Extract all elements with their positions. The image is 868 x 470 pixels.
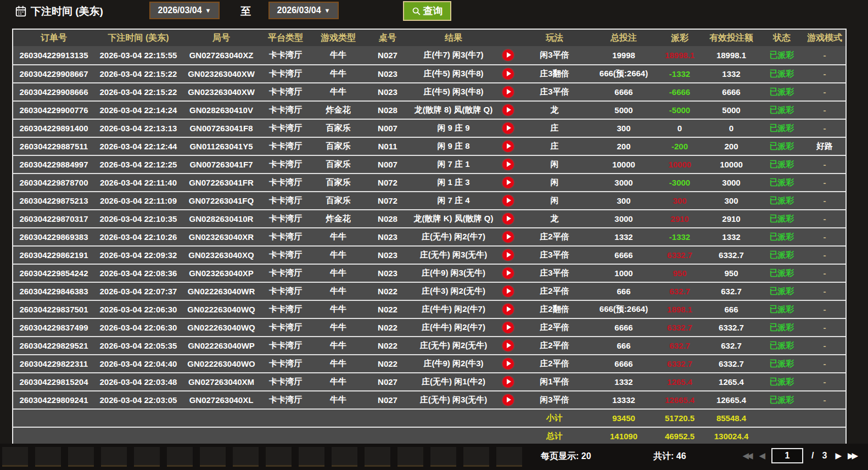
cell-result: 闲 9 庄 8 bbox=[410, 138, 497, 155]
cell-bet-time: 2026-03-04 22:09:32 bbox=[94, 247, 182, 264]
page-number-input[interactable] bbox=[771, 448, 803, 463]
table-row: 260304229862191 2026-03-04 22:09:32 GN02… bbox=[13, 245, 845, 264]
play-replay-icon[interactable] bbox=[502, 249, 514, 261]
next-page-icon[interactable]: ▶ bbox=[835, 451, 839, 461]
query-button[interactable]: 查询 bbox=[403, 1, 451, 21]
play-replay-icon[interactable] bbox=[502, 104, 514, 116]
cell-payout: 632.7 bbox=[657, 337, 703, 354]
play-replay-icon[interactable] bbox=[502, 177, 514, 188]
cell-order-number: 260304229837499 bbox=[13, 319, 94, 336]
play-replay-icon[interactable] bbox=[502, 231, 514, 243]
play-replay-icon[interactable] bbox=[502, 122, 514, 134]
cell-game-mode: - bbox=[804, 156, 845, 173]
ghost-button bbox=[430, 447, 456, 467]
cell-game-mode: - bbox=[804, 337, 845, 354]
play-replay-icon[interactable] bbox=[502, 86, 514, 98]
cell-total-bet: 300 bbox=[591, 192, 657, 209]
cell-game-mode: - bbox=[804, 319, 845, 336]
cell-table-number: N028 bbox=[366, 102, 410, 119]
cell-table-number: N022 bbox=[366, 319, 410, 336]
cell-game-mode: - bbox=[804, 247, 845, 264]
table-row: 260304229837499 2026-03-04 22:06:30 GN02… bbox=[13, 318, 845, 336]
table-row: 260304229908666 2026-03-04 22:15:22 GN02… bbox=[13, 82, 845, 100]
cell-order-number: 260304229862191 bbox=[13, 247, 94, 264]
play-replay-icon[interactable] bbox=[502, 394, 514, 406]
cell-status: 已派彩 bbox=[760, 355, 804, 372]
table-header-row: 订单号下注时间 (美东)局号平台类型游戏类型桌号结果玩法总投注派彩有效投注额状态… bbox=[13, 30, 845, 46]
play-replay-icon[interactable] bbox=[502, 68, 514, 80]
cell-valid-bet: 1265.4 bbox=[703, 373, 760, 390]
cell-round-number: GN022263040WQ bbox=[182, 319, 260, 336]
cell-platform: 卡卡湾厅 bbox=[260, 65, 311, 82]
cell-valid-bet: 18998.1 bbox=[703, 46, 760, 64]
prev-page-icon[interactable]: ◀ bbox=[759, 451, 763, 461]
cell-bet-time: 2026-03-04 22:15:22 bbox=[94, 65, 182, 82]
cell-game-type: 炸金花 bbox=[311, 210, 366, 227]
cell-valid-bet: 200 bbox=[703, 138, 760, 155]
cell-game-type: 百家乐 bbox=[311, 138, 366, 155]
cell-game-type: 百家乐 bbox=[311, 156, 366, 173]
subtotal-row: 小计 93450 51720.5 85548.4 bbox=[13, 409, 845, 427]
table-row: 260304229869383 2026-03-04 22:10:26 GN02… bbox=[13, 227, 845, 245]
play-replay-icon[interactable] bbox=[502, 286, 514, 297]
play-replay-icon[interactable] bbox=[502, 159, 514, 170]
last-page-icon[interactable]: ▶▶ bbox=[848, 451, 856, 461]
cell-game-mode: - bbox=[804, 355, 845, 372]
cell-game-mode: - bbox=[804, 228, 845, 245]
grand-total-row: 总计 141090 46952.5 130024.4 bbox=[13, 427, 845, 445]
cell-game-mode: - bbox=[804, 210, 845, 227]
cell-platform: 卡卡湾厅 bbox=[260, 247, 311, 264]
date-to-picker[interactable]: 2026/03/04 ▼ bbox=[268, 2, 339, 19]
cell-result: 庄(牛9) 闲3(无牛) bbox=[410, 265, 497, 282]
cell-round-number: GN022263040WQ bbox=[182, 301, 260, 318]
date-to-value: 2026/03/04 bbox=[277, 5, 321, 15]
ghost-button bbox=[101, 447, 127, 467]
cell-result: 闲 7 庄 4 bbox=[410, 192, 497, 209]
cell-payout: 0 bbox=[657, 120, 703, 137]
cell-platform: 卡卡湾厅 bbox=[260, 228, 311, 245]
cell-game-mode: - bbox=[804, 391, 845, 409]
column-header-round: 局号 bbox=[182, 30, 260, 46]
first-page-icon[interactable]: ◀◀ bbox=[742, 451, 751, 461]
play-replay-icon[interactable] bbox=[502, 267, 514, 279]
cell-result: 庄(无牛) 闲2(无牛) bbox=[410, 337, 497, 354]
cell-round-number: GN023263040XQ bbox=[182, 247, 260, 264]
cell-order-number: 260304229846383 bbox=[13, 283, 94, 300]
cell-game-type: 牛牛 bbox=[311, 319, 366, 336]
cell-payout: 10000 bbox=[657, 156, 703, 173]
cell-result: 庄(无牛) 闲3(无牛) bbox=[410, 391, 497, 409]
dimmed-background-buttons bbox=[2, 447, 522, 467]
cell-status: 已派彩 bbox=[760, 373, 804, 390]
play-replay-icon[interactable] bbox=[502, 340, 514, 351]
cell-table-number: N022 bbox=[366, 355, 410, 372]
cell-result: 庄(无牛) 闲1(牛2) bbox=[410, 373, 497, 390]
cell-game-mode: - bbox=[804, 192, 845, 209]
play-replay-icon[interactable] bbox=[502, 322, 514, 333]
play-replay-icon[interactable] bbox=[502, 213, 514, 225]
play-replay-icon[interactable] bbox=[502, 376, 514, 388]
play-replay-icon[interactable] bbox=[502, 358, 514, 370]
cell-total-bet: 19998 bbox=[591, 46, 657, 64]
play-replay-icon[interactable] bbox=[502, 49, 514, 61]
cell-round-number: GN022263040WO bbox=[182, 355, 260, 372]
cell-table-number: N023 bbox=[366, 228, 410, 245]
date-from-picker[interactable]: 2026/03/04 ▼ bbox=[149, 2, 220, 19]
cell-game-type: 牛牛 bbox=[311, 46, 366, 64]
cell-game-type: 牛牛 bbox=[311, 247, 366, 264]
cell-platform: 卡卡湾厅 bbox=[260, 192, 311, 209]
cell-table-number: N022 bbox=[366, 337, 410, 354]
cell-total-bet: 10000 bbox=[591, 156, 657, 173]
cell-table-number: N023 bbox=[366, 83, 410, 100]
cell-result: 庄(牛5) 闲3(牛8) bbox=[410, 83, 497, 100]
cell-valid-bet: 0 bbox=[703, 120, 760, 137]
ghost-button bbox=[134, 447, 160, 467]
play-replay-icon[interactable] bbox=[502, 195, 514, 206]
cell-play-type: 闲 bbox=[518, 192, 591, 209]
play-replay-icon[interactable] bbox=[502, 141, 514, 152]
cell-table-number: N023 bbox=[366, 247, 410, 264]
play-replay-icon[interactable] bbox=[502, 304, 514, 315]
table-row: 260304229870317 2026-03-04 22:10:35 GN02… bbox=[13, 209, 845, 227]
cell-game-type: 牛牛 bbox=[311, 283, 366, 300]
cell-play-type: 庄2平倍 bbox=[518, 355, 591, 372]
cell-order-number: 260304229908666 bbox=[13, 83, 94, 100]
